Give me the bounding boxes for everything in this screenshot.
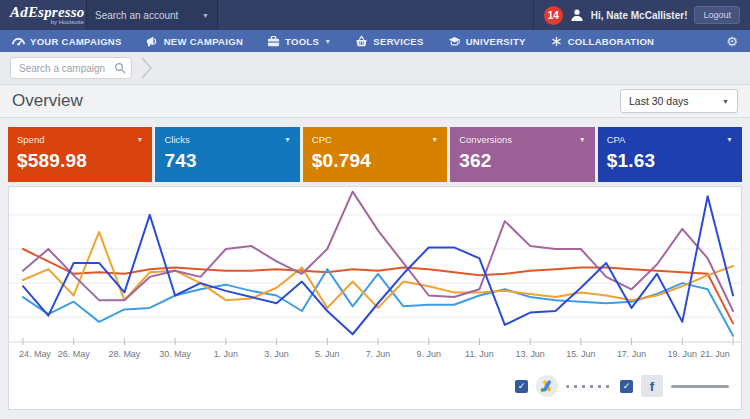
basket-icon [355, 35, 368, 48]
metric-label: Spend [17, 134, 44, 145]
x-axis-label: 30. May [159, 349, 191, 359]
chevron-down-icon[interactable]: ▼ [579, 136, 586, 143]
overview-header: Overview Last 30 days ▼ [0, 85, 750, 118]
nav-item-tools[interactable]: TOOLS ▼ [267, 35, 331, 48]
nav-label: NEW CAMPAIGN [164, 36, 243, 47]
x-axis-label: 3. Jun [264, 349, 288, 359]
notification-badge[interactable]: 14 [544, 6, 563, 25]
metric-value: $1.63 [607, 150, 733, 172]
topbar-user-area: 14 Hi, Nate McCallister! Logout [533, 0, 750, 30]
nav-item-collaboration[interactable]: COLLABORATION [550, 35, 655, 48]
x-axis-label: 26. May [58, 349, 90, 359]
chevron-down-icon: ▼ [324, 38, 331, 45]
grad-cap-icon [448, 35, 461, 48]
nav-item-new-campaign[interactable]: NEW CAMPAIGN [146, 35, 243, 48]
x-axis-label: 17. Jun [617, 349, 646, 359]
top-bar: AdEspresso by Hootsuite Search an accoun… [0, 0, 750, 30]
megaphone-icon [146, 35, 159, 48]
chevron-down-icon[interactable]: ▼ [136, 136, 143, 143]
x-axis-label: 24. May [19, 349, 51, 359]
user-greeting: Hi, Nate McCallister! [591, 10, 688, 21]
nav-label: COLLABORATION [568, 36, 655, 47]
series-line-cpa [23, 196, 733, 334]
metric-value: 362 [459, 150, 585, 172]
nav-item-university[interactable]: UNIVERSITY [448, 35, 526, 48]
metric-label: CPA [607, 134, 626, 145]
main-nav: YOUR CAMPAIGNS NEW CAMPAIGN TOOLS ▼ SERV… [0, 30, 750, 52]
metric-label: Conversions [459, 134, 512, 145]
x-axis-label: 5. Jun [315, 349, 339, 359]
nav-item-your-campaigns[interactable]: YOUR CAMPAIGNS [12, 35, 122, 48]
metric-card-clicks[interactable]: Clicks▼ 743 [155, 127, 299, 182]
chart-panel: 24. May26. May28. May30. May1. Jun3. Jun… [8, 186, 742, 410]
x-axis-label: 19. Jun [668, 349, 697, 359]
google-ads-icon[interactable] [536, 375, 558, 397]
main-content: Spend▼ $589.98 Clicks▼ 743 CPC▼ $0.794 C… [0, 118, 750, 410]
nav-label: YOUR CAMPAIGNS [30, 36, 122, 47]
campaign-search [10, 57, 132, 79]
gear-icon[interactable]: ⚙ [726, 35, 738, 48]
x-axis-label: 11. Jun [465, 349, 494, 359]
facebook-icon[interactable]: f [641, 375, 663, 397]
facebook-checkbox[interactable]: ✓ [620, 380, 633, 393]
metric-card-spend[interactable]: Spend▼ $589.98 [8, 127, 152, 182]
chevron-right-icon[interactable] [140, 56, 153, 80]
user-icon [570, 8, 584, 22]
date-range-value: Last 30 days [629, 95, 689, 107]
metric-card-cpa[interactable]: CPA▼ $1.63 [598, 127, 742, 182]
collaboration-icon [550, 35, 563, 48]
logout-button[interactable]: Logout [694, 6, 740, 24]
x-axis-label: 28. May [108, 349, 140, 359]
solid-line-sample [671, 385, 729, 388]
x-axis-label: 7. Jun [366, 349, 390, 359]
account-search-label: Search an account [95, 10, 178, 21]
metric-value: $0.794 [312, 150, 438, 172]
briefcase-icon [267, 35, 280, 48]
x-axis-label: 15. Jun [566, 349, 595, 359]
metric-label: CPC [312, 134, 332, 145]
chart-legend: ✓ ✓ f [9, 369, 741, 403]
account-search-dropdown[interactable]: Search an account ▼ [86, 0, 218, 30]
x-axis-label: 21. Jun [700, 349, 729, 359]
nav-label: UNIVERSITY [466, 36, 526, 47]
google-ads-checkbox[interactable]: ✓ [515, 380, 528, 393]
x-axis-label: 13. Jun [515, 349, 544, 359]
overview-line-chart: 24. May26. May28. May30. May1. Jun3. Jun… [9, 187, 741, 369]
chevron-down-icon: ▼ [202, 12, 209, 19]
page-title: Overview [12, 91, 83, 111]
x-axis-label: 9. Jun [417, 349, 441, 359]
brand-logo[interactable]: AdEspresso by Hootsuite [0, 0, 86, 30]
metric-card-cpc[interactable]: CPC▼ $0.794 [303, 127, 447, 182]
date-range-dropdown[interactable]: Last 30 days ▼ [620, 89, 738, 113]
chevron-down-icon: ▼ [722, 98, 729, 105]
metric-cards-row: Spend▼ $589.98 Clicks▼ 743 CPC▼ $0.794 C… [8, 127, 742, 182]
brand-subtitle: by Hootsuite [10, 19, 86, 25]
gauge-icon [12, 35, 25, 48]
metric-card-conversions[interactable]: Conversions▼ 362 [450, 127, 594, 182]
metric-label: Clicks [164, 134, 189, 145]
nav-label: TOOLS [285, 36, 319, 47]
search-icon [114, 62, 126, 74]
x-axis-label: 1. Jun [214, 349, 238, 359]
metric-value: $589.98 [17, 150, 143, 172]
chevron-down-icon[interactable]: ▼ [284, 136, 291, 143]
nav-label: SERVICES [373, 36, 423, 47]
brand-name: AdEspresso [10, 5, 86, 19]
metric-value: 743 [164, 150, 290, 172]
chevron-down-icon[interactable]: ▼ [726, 136, 733, 143]
nav-item-services[interactable]: SERVICES [355, 35, 423, 48]
chevron-down-icon[interactable]: ▼ [431, 136, 438, 143]
campaign-search-row [0, 52, 750, 85]
dotted-line-sample [566, 385, 612, 388]
